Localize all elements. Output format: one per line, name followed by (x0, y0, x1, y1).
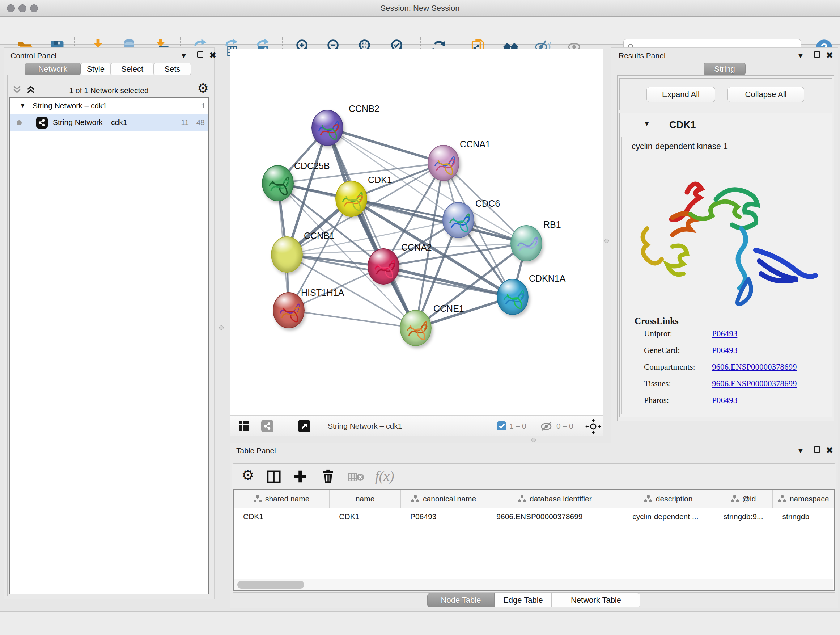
network-node-ccnb1[interactable] (271, 236, 303, 272)
function-builder-icon[interactable]: f(x) (375, 468, 394, 484)
collapse-all-icon[interactable] (13, 86, 21, 93)
expand-all-button[interactable]: Expand All (646, 87, 715, 102)
network-selection-status: 1 of 1 Network selected (44, 86, 174, 95)
bottom-splitter-handle[interactable] (531, 438, 536, 442)
network-node-cdk1[interactable] (335, 181, 367, 217)
cell-canonical-name[interactable]: P06493 (401, 508, 487, 525)
gene-header-row[interactable]: ▼ CDK1 (621, 115, 831, 135)
network-node-label: CDC6 (475, 198, 500, 209)
panel-float-icon[interactable] (814, 447, 820, 453)
crosslink-pharos-link[interactable]: P06493 (712, 396, 737, 405)
crosslink-label: Compartments: (644, 363, 695, 372)
selected-count: 1 – 0 (509, 422, 526, 431)
status-separator (535, 419, 535, 433)
column-header-id[interactable]: @id (714, 490, 773, 508)
network-node-cdc25b[interactable] (262, 165, 294, 201)
network-node-label: CCNE1 (433, 303, 464, 314)
network-view-status-bar: String Network – cdk1 1 – 0 0 – 0 (230, 416, 603, 436)
node-table[interactable]: shared name name canonical name database… (233, 489, 835, 591)
current-network-bullet-icon (17, 120, 22, 125)
network-options-gear-icon[interactable]: ⚙ (197, 81, 209, 96)
collection-expand-icon[interactable]: ▼ (19, 102, 26, 109)
crosslink-genecard-link[interactable]: P06493 (712, 346, 737, 355)
delete-column-icon[interactable] (321, 469, 335, 484)
panel-close-icon[interactable]: ✖ (209, 51, 216, 60)
left-splitter-handle[interactable] (219, 325, 224, 330)
panel-close-icon[interactable]: ✖ (826, 446, 833, 455)
column-header-shared-name[interactable]: shared name (234, 490, 330, 508)
scrollbar-thumb[interactable] (237, 581, 304, 589)
network-edge[interactable] (327, 128, 444, 163)
cell-namespace[interactable]: stringdb (773, 508, 834, 525)
panel-float-icon[interactable] (814, 51, 820, 57)
network-node-cdkn1a[interactable] (497, 279, 529, 315)
panel-menu-icon[interactable]: ▼ (797, 447, 804, 454)
gene-collapse-icon[interactable]: ▼ (644, 120, 650, 128)
network-node-ccne1[interactable] (400, 310, 431, 346)
panel-close-icon[interactable]: ✖ (826, 51, 833, 60)
collapse-all-button[interactable]: Collapse All (728, 87, 804, 102)
network-node-rb1[interactable] (510, 225, 542, 261)
open-in-window-icon[interactable] (298, 420, 310, 432)
right-splitter-handle[interactable] (605, 239, 609, 243)
crosslink-tissues-link[interactable]: 9606.ENSP00000378699 (712, 379, 797, 388)
network-row-selected[interactable]: String Network – cdk1 11 48 (10, 114, 208, 131)
network-tree: ▼ String Network – cdk1 1 String Network… (9, 97, 209, 594)
birdseye-crosshair-icon[interactable] (585, 418, 601, 434)
tab-select[interactable]: Select (111, 63, 154, 76)
cell-id[interactable]: stringdb:9... (714, 508, 773, 525)
network-node-hist1h1a[interactable] (273, 292, 305, 328)
delete-table-icon[interactable] (348, 472, 364, 483)
panel-menu-icon[interactable]: ▼ (797, 52, 804, 59)
tab-network[interactable]: Network (25, 63, 81, 76)
column-header-canonical-name[interactable]: canonical name (401, 490, 487, 508)
network-share-icon[interactable] (261, 420, 273, 432)
network-node-ccnb2[interactable] (311, 110, 343, 146)
column-header-database-identifier[interactable]: database identifier (487, 490, 623, 508)
panel-menu-icon[interactable]: ▼ (180, 52, 187, 59)
network-canvas[interactable]: CCNB2CCNA1CDC25BCDK1CDC6RB1CCNB1CCNA2CDK… (230, 49, 603, 416)
network-label: String Network – cdk1 (53, 118, 127, 127)
network-edge[interactable] (289, 310, 416, 328)
hidden-count: 0 – 0 (556, 422, 573, 431)
main-toolbar: ? (0, 17, 840, 44)
hidden-eye-icon[interactable] (540, 422, 553, 431)
panel-float-icon[interactable] (197, 51, 203, 57)
network-node-cdc6[interactable] (442, 202, 474, 238)
cell-database-identifier[interactable]: 9606.ENSP00000378699 (487, 508, 623, 525)
grid-view-icon[interactable] (239, 421, 249, 432)
network-edge[interactable] (327, 128, 416, 328)
cell-description[interactable]: cyclin-dependent ... (623, 508, 714, 525)
network-edge-count: 48 (194, 118, 205, 127)
results-panel-title: Results Panel (619, 51, 666, 60)
table-horizontal-scrollbar[interactable] (234, 579, 834, 590)
control-panel-title: Control Panel (11, 51, 57, 60)
expand-all-icon[interactable] (27, 86, 35, 93)
network-collection-row[interactable]: ▼ String Network – cdk1 1 (10, 98, 208, 114)
network-node-ccna1[interactable] (428, 145, 459, 181)
cell-shared-name[interactable]: CDK1 (234, 508, 330, 525)
table-options-gear-icon[interactable]: ⚙ (241, 467, 254, 483)
selected-checkbox-icon[interactable] (497, 421, 506, 431)
crosslink-compartments-link[interactable]: 9606.ENSP00000378699 (712, 363, 797, 372)
tab-sets[interactable]: Sets (154, 63, 191, 76)
crosslink-uniprot-link[interactable]: P06493 (712, 329, 737, 339)
tab-network-table[interactable]: Network Table (552, 593, 640, 608)
tab-string-results[interactable]: String (704, 63, 745, 75)
tree-column-icon (731, 495, 739, 503)
tab-style[interactable]: Style (81, 63, 111, 76)
column-header-name[interactable]: name (330, 490, 401, 508)
tab-edge-table[interactable]: Edge Table (494, 593, 552, 608)
tab-node-table[interactable]: Node Table (427, 593, 494, 608)
network-node-ccna2[interactable] (368, 249, 399, 285)
crosslink-label: Pharos: (644, 396, 669, 405)
column-header-namespace[interactable]: namespace (773, 490, 834, 508)
crosslinks-title: CrossLinks (635, 316, 679, 326)
table-row[interactable]: CDK1 CDK1 P06493 9606.ENSP00000378699 cy… (234, 508, 834, 525)
gene-detail-box: cyclin-dependent kinase 1 CrossLinks Uni… (622, 137, 830, 414)
column-header-description[interactable]: description (623, 490, 714, 508)
show-columns-icon[interactable] (267, 470, 281, 484)
protein-structure-thumbnail (278, 301, 301, 324)
add-column-icon[interactable] (293, 469, 308, 484)
cell-name[interactable]: CDK1 (330, 508, 401, 525)
